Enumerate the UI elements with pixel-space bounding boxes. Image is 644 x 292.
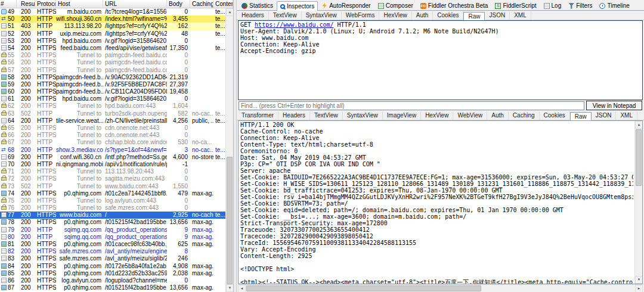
session-row-71[interactable]: 71200HTTPSTunnel to113.113.98.20:4430	[0, 168, 225, 175]
session-row-53[interactable]: 53200HTTPShpd.baidu.com/v.gif?logid=3158…	[0, 38, 225, 45]
tab-log[interactable]: Log	[540, 1, 565, 10]
tab-json[interactable]: JSON	[485, 11, 510, 20]
tab-json[interactable]: JSON	[592, 111, 617, 120]
session-row-54[interactable]: 54200HTTPSfeed.baidu.com/feed/api/vise/g…	[0, 45, 225, 52]
tab-statistics[interactable]: Statistics	[238, 1, 277, 10]
tab-cookies[interactable]: Cookies	[433, 11, 463, 20]
request-url-link[interactable]: https://www.baidu.com/	[255, 21, 333, 28]
session-row-50[interactable]: 50200HTTPwifi.shouji.360.cn/index.html?w…	[0, 15, 225, 23]
column-header-body[interactable]: Body	[167, 0, 190, 8]
request-raw-view[interactable]: GET https://www.baidu.com/ HTTP/1.1User-…	[238, 20, 643, 100]
scroll-thumb[interactable]	[227, 157, 233, 284]
session-row-58[interactable]: 58200HTTPSpaimgcdn-feed.b.../v.90AC92362…	[0, 74, 225, 81]
tab-raw[interactable]: Raw	[463, 12, 485, 20]
session-row-79[interactable]: 79200HTTPsqimg.qq.com/qq_product_operati…	[0, 226, 225, 234]
session-row-75[interactable]: 75200HTTPSTunnel tolog.avlyun.com:4430	[0, 197, 225, 204]
scroll-thumb[interactable]	[636, 129, 642, 186]
session-row-55[interactable]: 55200HTTPSTunnel topaimgcdn-feed.baidu.c…	[0, 52, 225, 59]
tab-textview[interactable]: TextView	[269, 11, 302, 20]
cell-ct	[213, 102, 225, 110]
tab-webview[interactable]: WebView	[453, 111, 487, 120]
session-row-86[interactable]: 86200HTTPSlog.avlyun.com/logupload?chann…	[0, 277, 225, 284]
scroll-down-arrow[interactable]: ▼	[226, 284, 234, 292]
column-header-content-type[interactable]: Content-Type	[213, 0, 233, 8]
session-row-83[interactable]: 83200HTTPSsafe.mzres.com/avl_antiy/meizu…	[0, 255, 225, 262]
session-row-61[interactable]: 61200HTTPShpd.baidu.com/v.gif?logid=3158…	[0, 95, 225, 102]
session-row-65[interactable]: 65200HTTPSTunnel tocdn.onenote.net:4430	[0, 125, 225, 132]
column-header-result[interactable]: Result	[17, 0, 35, 8]
session-row-87[interactable]: 87200HTTPSp0.qhimg.com/t015215f42bad195b…	[0, 284, 225, 291]
session-row-76[interactable]: 76200HTTPSTunnel tosafe.mzres.com:4430	[0, 204, 225, 212]
tab-textview[interactable]: TextView	[310, 111, 343, 120]
tab-timeline[interactable]: Timeline	[596, 1, 633, 10]
session-list-scrollbar[interactable]: ▲ ▼	[225, 8, 233, 292]
column-header-content-type[interactable]: #	[0, 0, 17, 8]
session-row-80[interactable]: 80200HTTPsqimg.qq.com/qq_product_operati…	[0, 234, 225, 241]
session-row-63[interactable]: 63502HTTPTunnel toturbo2sdk-push.oupeng.…	[0, 110, 225, 117]
scroll-thumb[interactable]	[246, 285, 481, 291]
tab-xml[interactable]: XML	[616, 111, 637, 120]
tab-label: Raw	[575, 113, 587, 120]
session-row-74[interactable]: 74200HTTPSp0.qhimg.com/t01c2ea71442451bb…	[0, 190, 225, 197]
tab-caching[interactable]: Caching	[509, 111, 540, 120]
scroll-up-arrow[interactable]: ▲	[226, 8, 234, 16]
session-row-64[interactable]: 64200HTTPtile-service.weat.../zh-CN/live…	[0, 117, 225, 125]
session-row-69[interactable]: 69200HTTPconf.wifi.360.cn/intf.php?metho…	[0, 154, 225, 161]
tab-inspectors[interactable]: Inspectors	[277, 1, 318, 11]
tab-syntaxview[interactable]: SyntaxView	[302, 11, 342, 20]
response-horizontal-scrollbar[interactable]: ◄ ►	[238, 284, 643, 292]
session-row-52[interactable]: 52200HTTPuxip.meizu.com/lighttps?ef=crfy…	[0, 30, 225, 38]
tab-fiddler-orchestra-beta[interactable]: FOFiddler Orchestra Beta	[417, 1, 492, 10]
session-row-70[interactable]: 70200HTTPni.qingmang.mobi/api/v1/notific…	[0, 161, 225, 168]
session-row-66[interactable]: 66200HTTPSTunnel tocdn.onenote.net:4430	[0, 132, 225, 139]
scroll-right-arrow[interactable]: ►	[635, 285, 643, 292]
session-row-78[interactable]: 78200HTTPSp0.qhimg.com/t015215f42bad195b…	[0, 219, 225, 226]
tab-raw[interactable]: Raw	[570, 112, 592, 120]
tab-auth[interactable]: Auth	[412, 11, 434, 20]
tab-hexview[interactable]: HexView	[421, 111, 453, 120]
tab-fiddlerscript[interactable]: SFiddlerScript	[491, 1, 540, 10]
session-row-84[interactable]: 84200HTTPSp0.qhimg.com/t0172e5b8a40fa1e2…	[0, 263, 225, 270]
tab-auth[interactable]: Auth	[487, 111, 509, 120]
tab-transformer[interactable]: Transformer	[237, 111, 278, 120]
tab-cookies[interactable]: Cookies	[540, 111, 570, 120]
session-row-72[interactable]: 72200HTTPSTunnel tosagitta.meizu.com:443…	[0, 175, 225, 182]
response-raw-view[interactable]: HTTP/1.1 200 OKCache-Control: no-cacheCo…	[238, 120, 643, 284]
view-in-notepad-button[interactable]: View in Notepad	[586, 101, 642, 110]
session-row-59[interactable]: 59200HTTPSpaimgcdn-feed.b.../v.92F5F5B8E…	[0, 81, 225, 88]
tab-headers[interactable]: Headers	[278, 111, 310, 120]
session-row-62[interactable]: 62200HTTPSTunnel tohpd.baidu.com:4431,60…	[0, 102, 225, 110]
column-header-protocol[interactable]: Protocol	[35, 0, 56, 8]
session-row-85[interactable]: 85200HTTPSp0.qhimg.com/t01d2232d52b33ac2…	[0, 270, 225, 277]
session-row-73[interactable]: 73502HTTPTunnel towww.baidu.com:4431,550	[0, 183, 225, 190]
tab-hexview[interactable]: HexView	[379, 11, 411, 20]
cell-text: /intf.php?method=Ss.get...	[105, 154, 167, 160]
scroll-left-arrow[interactable]: ◄	[238, 285, 246, 292]
tab-xml[interactable]: XML	[510, 11, 531, 20]
session-row-68[interactable]: 68200HTTPshow.3.mediav.com/s?type=1&of=4…	[0, 147, 225, 154]
session-row-60[interactable]: 60200HTTPSpaimgcdn-feed.b.../v.CB11CA204…	[0, 88, 225, 95]
tab-autoresponder[interactable]: AutoResponder	[318, 1, 374, 10]
tab-headers[interactable]: Headers	[237, 11, 269, 20]
session-row-81[interactable]: 81200HTTPSp0.qhimg.com/t01cacec98fc63b40…	[0, 241, 225, 248]
tab-imageview[interactable]: ImageView	[383, 111, 421, 120]
scroll-up-arrow[interactable]: ▲	[635, 121, 643, 129]
session-row-49[interactable]: 49200HTTPSm.baidu.com/tc?tcreq4log=1&=15…	[0, 8, 225, 15]
cell-cache: max-ag...	[190, 234, 213, 241]
tab-syntaxview[interactable]: SyntaxView	[343, 111, 383, 120]
tab-filters[interactable]: Filters	[565, 1, 596, 10]
column-header-url[interactable]: URL	[103, 0, 167, 8]
tab-webforms[interactable]: WebForms	[342, 11, 380, 20]
session-row-67[interactable]: 67200HTTPTunnel tocfshap.blob.core.windo…	[0, 139, 225, 146]
tab-composer[interactable]: Composer	[374, 1, 417, 10]
find-input[interactable]	[239, 101, 584, 110]
session-row-57[interactable]: 57200HTTPSTunnel topaimgcdn-feed.baidu.c…	[0, 67, 225, 74]
session-row-77[interactable]: 77200HTTPSwww.baidu.com/2,925no-cachete.…	[0, 212, 225, 219]
scroll-down-arrow[interactable]: ▼	[635, 276, 643, 284]
session-row-82[interactable]: 82200HTTPSsafe.mzres.com/avl_antiy/meizu…	[0, 248, 225, 255]
column-header-caching[interactable]: Caching	[190, 0, 213, 8]
session-row-51[interactable]: 51403HTTP113.113.98.20/lighttps?ef=crfyY…	[0, 23, 225, 30]
session-row-56[interactable]: 56200HTTPSTunnel topaimgcdn-feed.baidu.c…	[0, 59, 225, 66]
column-header-host[interactable]: Host	[56, 0, 103, 8]
response-scrollbar[interactable]: ▲ ▼	[634, 121, 642, 284]
